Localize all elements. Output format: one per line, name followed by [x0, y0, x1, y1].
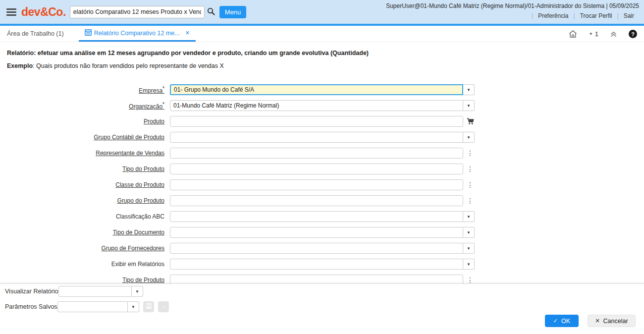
delete-parameters-button[interactable]: –: [158, 301, 169, 312]
cancel-button-label: Cancelar: [603, 318, 628, 325]
exibir-em-relatorios-field-group: ▼: [170, 259, 475, 270]
grupo-contabil-de-produto-dropdown-button[interactable]: ▼: [463, 132, 475, 143]
chevron-down-icon: ▼: [589, 32, 593, 36]
classe-do-produto-field[interactable]: [170, 179, 463, 190]
required-indicator: *: [162, 102, 164, 107]
chevron-down-icon: ▼: [131, 305, 135, 309]
tipo-de-produto-label[interactable]: Tipo de Produto: [0, 277, 164, 283]
chevron-down-icon: ▼: [467, 230, 471, 235]
representante-de-vendas-more-options-icon[interactable]: ⋮: [467, 150, 474, 157]
form-row-classificacao-abc: Classificação ABC▼: [0, 211, 644, 222]
change-role-link[interactable]: Trocar Perfil: [575, 12, 617, 19]
empresa-field[interactable]: 01- Grupo Mundo do Café S/A: [170, 84, 463, 95]
tipo-do-produto-field[interactable]: [170, 164, 463, 174]
grupo-de-fornecedores-dropdown-button[interactable]: ▼: [463, 243, 475, 254]
tipo-de-documento-label[interactable]: Tipo de Documento: [0, 229, 164, 236]
hamburger-menu-icon[interactable]: [6, 7, 16, 17]
cancel-button[interactable]: ✕ Cancelar: [588, 315, 636, 327]
search-button[interactable]: [205, 6, 217, 18]
product-search-cart-icon[interactable]: [467, 118, 474, 125]
collapse-header-icon[interactable]: [610, 30, 617, 38]
grupo-contabil-de-produto-field[interactable]: [170, 132, 463, 143]
menu-button[interactable]: Menu: [219, 6, 247, 18]
form-row-exibir-em-relatorios: Exibir em Relatórios▼: [0, 259, 644, 270]
grupo-de-fornecedores-label[interactable]: Grupo de Fornecedores: [0, 245, 164, 252]
active-tab-label: Relatório Comparativo 12 me...: [94, 30, 180, 37]
produto-field[interactable]: [170, 116, 463, 127]
tipo-de-documento-field[interactable]: [170, 227, 463, 238]
save-parameters-button[interactable]: [143, 301, 154, 312]
form-row-classe-do-produto: Classe do Produto⋮: [0, 179, 644, 190]
exibir-em-relatorios-field[interactable]: [170, 259, 463, 270]
classificacao-abc-label: Classificação ABC: [0, 213, 164, 220]
search-icon: [207, 7, 215, 17]
classe-do-produto-more-options-icon[interactable]: ⋮: [467, 181, 474, 188]
view-report-combobox[interactable]: [58, 286, 132, 297]
check-icon: ✓: [553, 318, 558, 324]
organizacao-field-group: 01-Mundo Café Matriz (Regime Normal)▼: [170, 100, 475, 111]
classe-do-produto-label[interactable]: Classe do Produto: [0, 181, 164, 188]
tipo-de-documento-field-group: ▼: [170, 227, 475, 238]
dialog-actions: ✓ OK ✕ Cancelar: [545, 315, 636, 327]
organizacao-label[interactable]: Organização*: [0, 102, 164, 110]
classe-do-produto-field-group: ⋮: [170, 179, 474, 190]
empresa-label[interactable]: Empresa*: [0, 86, 164, 94]
logout-link[interactable]: Sair: [619, 12, 639, 19]
organizacao-field[interactable]: 01-Mundo Café Matriz (Regime Normal): [170, 100, 463, 111]
report-tab-icon: [85, 29, 92, 37]
tab-report-comparativo[interactable]: Relatório Comparativo 12 me... ✕: [79, 26, 196, 42]
classificacao-abc-field[interactable]: [170, 211, 463, 222]
desktop-number: 1: [595, 30, 598, 38]
grupo-do-produto-field[interactable]: [170, 195, 463, 206]
form-row-grupo-do-produto: Grupo do Produto⋮: [0, 195, 644, 206]
preference-link[interactable]: Preferência: [533, 12, 573, 19]
ok-button[interactable]: ✓ OK: [545, 315, 579, 327]
desktop-selector[interactable]: ▼ 1: [589, 30, 598, 38]
tipo-de-documento-dropdown-button[interactable]: ▼: [463, 227, 475, 238]
produto-field-group: [170, 116, 474, 127]
empresa-dropdown-button[interactable]: ▼: [463, 84, 475, 95]
report-example: Exemplo: Quais produtos não foram vendid…: [7, 62, 644, 69]
empresa-field-group: 01- Grupo Mundo do Café S/A▼: [170, 84, 475, 95]
produto-label[interactable]: Produto: [0, 118, 164, 125]
header-links: | Preferência | Trocar Perfil | Sair: [386, 12, 639, 19]
example-label: Exemplo: [7, 62, 33, 69]
chevron-down-icon: ▼: [467, 135, 471, 140]
process-footer-panel: Visualizar Relatório ▼ Parâmetros Salvos…: [0, 283, 644, 334]
tabbar-tools: ▼ 1 ?: [568, 26, 637, 42]
minus-icon: –: [162, 303, 165, 310]
chevron-down-icon: ▼: [135, 289, 139, 294]
grupo-contabil-de-produto-label[interactable]: Grupo Contábil de Produto: [0, 134, 164, 141]
grupo-do-produto-more-options-icon[interactable]: ⋮: [467, 197, 474, 204]
chevron-down-icon: ▼: [467, 262, 471, 267]
saved-parameters-dropdown-button[interactable]: ▼: [128, 301, 139, 312]
representante-de-vendas-label[interactable]: Representante de Vendas: [0, 150, 164, 157]
grupo-do-produto-field-group: ⋮: [170, 195, 474, 206]
report-description: Relatório: efetuar uma análise em 12 mes…: [7, 50, 644, 56]
classificacao-abc-field-group: ▼: [170, 211, 475, 222]
view-report-dropdown-button[interactable]: ▼: [132, 286, 143, 297]
form-row-empresa: Empresa*01- Grupo Mundo do Café S/A▼: [0, 84, 644, 95]
representante-de-vendas-field[interactable]: [170, 148, 463, 159]
saved-parameters-row: Parâmetros Salvos ▼ –: [5, 301, 169, 312]
grupo-do-produto-label[interactable]: Grupo do Produto: [0, 197, 164, 204]
tipo-do-produto-label[interactable]: Tipo do Produto: [0, 166, 164, 172]
header-right: SuperUser@01-Mundo Café Matriz (Regime N…: [386, 2, 639, 19]
tipo-de-produto-more-options-icon[interactable]: ⋮: [467, 277, 474, 283]
search-input[interactable]: [70, 6, 205, 18]
help-icon[interactable]: ?: [629, 30, 637, 38]
ok-button-label: OK: [561, 318, 570, 325]
tipo-do-produto-more-options-icon[interactable]: ⋮: [467, 166, 474, 172]
required-indicator: *: [162, 86, 164, 91]
tab-workspace[interactable]: Área de Trabalho (1): [1, 26, 70, 42]
parameter-form: Empresa*01- Grupo Mundo do Café S/A▼Orga…: [0, 84, 644, 285]
home-icon[interactable]: [568, 30, 578, 38]
organizacao-dropdown-button[interactable]: ▼: [463, 100, 475, 111]
form-row-grupo-contabil-de-produto: Grupo Contábil de Produto▼: [0, 132, 644, 143]
tab-close-icon[interactable]: ✕: [185, 30, 190, 36]
grupo-de-fornecedores-field-group: ▼: [170, 243, 475, 254]
grupo-de-fornecedores-field[interactable]: [170, 243, 463, 254]
exibir-em-relatorios-dropdown-button[interactable]: ▼: [463, 259, 475, 270]
saved-parameters-combobox[interactable]: [57, 301, 128, 312]
classificacao-abc-dropdown-button[interactable]: ▼: [463, 211, 475, 222]
